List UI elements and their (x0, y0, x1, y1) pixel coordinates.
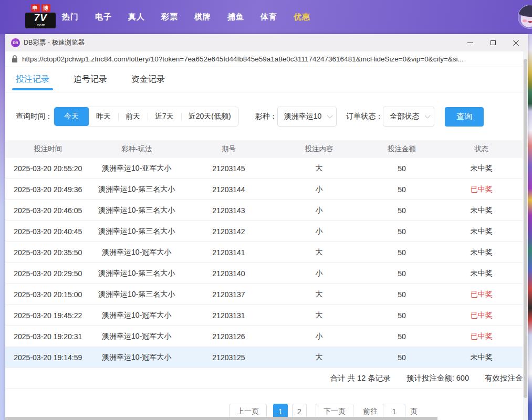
header-issue: 期号 (183, 144, 275, 154)
cell-status: 未中奖 (440, 227, 523, 236)
cell-status: 未中奖 (440, 269, 523, 278)
cell-game: 澳洲幸运10-第三名大小 (91, 185, 183, 194)
nav-item-fishing[interactable]: 捕鱼 (227, 12, 244, 22)
time-option-last7days[interactable]: 近7天 (148, 107, 181, 126)
cell-content: 大 (275, 353, 363, 362)
header-bet-time: 投注时间 (5, 144, 91, 154)
table-row: 2025-03-20 20:35:50澳洲幸运10-冠军大小21203141大5… (5, 242, 523, 263)
time-filter-group: 今天 昨天 前天 近7天 近20天(低频) (54, 107, 239, 127)
cell-status: 已中奖 (440, 185, 523, 194)
nav-item-sports[interactable]: 体育 (260, 12, 277, 22)
close-icon (513, 40, 519, 46)
tab-fund-records[interactable]: 资金记录 (131, 67, 165, 92)
time-option-yesterday[interactable]: 昨天 (89, 107, 118, 126)
site-top-navbar: 申 博 7V .com 热门 电子 真人 彩票 棋牌 捕鱼 体育 优惠 (0, 0, 532, 34)
cell-time: 2025-03-20 19:14:59 (5, 353, 91, 362)
cell-issue: 21203140 (183, 269, 275, 278)
minimize-button[interactable] (458, 34, 482, 51)
nav-item-hot[interactable]: 热门 (62, 12, 79, 22)
cell-amount: 50 (363, 353, 441, 362)
vertical-scrollbar[interactable] (523, 51, 528, 420)
browser-popup-window: DB DB彩票 - 极速浏览器 https://ctop02pchwp1.zfn… (5, 34, 528, 420)
nav-item-slots[interactable]: 电子 (95, 12, 112, 22)
summary-valid-amount: 有效投注金额 (485, 373, 523, 383)
cell-status: 未中奖 (440, 248, 523, 257)
cell-amount: 50 (363, 311, 441, 320)
cell-issue: 21203137 (183, 290, 275, 299)
cell-amount: 50 (363, 269, 441, 278)
time-option-last20days[interactable]: 近20天(低频) (181, 107, 238, 126)
cell-game: 澳洲幸运10-冠军大小 (91, 332, 183, 341)
lottery-select[interactable]: 澳洲幸运10 (277, 107, 337, 127)
logo-badge-left: 申 (31, 4, 40, 12)
cell-time: 2025-03-20 20:29:50 (5, 269, 91, 278)
avatar-mouth (528, 21, 532, 23)
cell-amount: 50 (363, 332, 441, 341)
cell-status: 未中奖 (440, 164, 523, 173)
cell-status: 已中奖 (440, 311, 523, 320)
lottery-filter-label: 彩种： (255, 112, 277, 121)
cell-content: 大 (275, 164, 363, 173)
cell-time: 2025-03-20 19:45:22 (5, 311, 91, 320)
cell-issue: 21203144 (183, 185, 275, 194)
close-button[interactable] (505, 34, 528, 51)
cell-time: 2025-03-20 20:55:20 (5, 164, 91, 173)
background-page-left-strip (0, 34, 5, 420)
cell-time: 2025-03-20 20:15:00 (5, 290, 91, 299)
cell-issue: 21203125 (183, 353, 275, 362)
header-game-play: 彩种-玩法 (91, 144, 183, 154)
summary-total-records: 合计 共 12 条记录 (330, 373, 391, 383)
record-tabs: 投注记录 追号记录 资金记录 (5, 67, 528, 92)
site-nav-items: 热门 电子 真人 彩票 棋牌 捕鱼 体育 优惠 (62, 0, 310, 34)
cell-game: 澳洲幸运10-第三名大小 (91, 290, 183, 299)
cell-amount: 50 (363, 227, 441, 236)
address-bar[interactable]: https://ctop02pchwp1.zfnc84.com/lottery/… (5, 51, 528, 67)
time-filter-label: 查询时间： (16, 112, 53, 121)
url-text[interactable]: https://ctop02pchwp1.zfnc84.com/lottery/… (22, 55, 520, 63)
horizontal-scrollbar-thumb[interactable] (5, 417, 437, 420)
time-option-today[interactable]: 今天 (54, 107, 89, 126)
site-logo[interactable]: 申 博 7V .com (25, 4, 56, 30)
cell-content: 大 (275, 311, 363, 320)
cell-issue: 21203131 (183, 311, 275, 320)
nav-item-cards[interactable]: 棋牌 (194, 12, 211, 22)
cell-content: 小 (275, 185, 363, 194)
lottery-select-value: 澳洲幸运10 (284, 112, 322, 121)
goto-page-label: 前往 (363, 407, 378, 416)
table-header: 投注时间 彩种-玩法 期号 投注内容 投注金额 状态 (5, 140, 523, 158)
table-row: 2025-03-20 20:29:50澳洲幸运10-第三名大小21203140小… (5, 263, 523, 284)
logo-main-text: 7V (27, 13, 54, 23)
cell-game: 澳洲幸运10-第三名大小 (91, 227, 183, 236)
cell-status: 未中奖 (440, 206, 523, 215)
cell-content: 小 (275, 227, 363, 236)
cell-game: 澳洲幸运10-冠军大小 (91, 353, 183, 362)
cell-status: 已中奖 (440, 290, 523, 299)
query-button[interactable]: 查询 (445, 107, 484, 127)
time-option-day-before[interactable]: 前天 (118, 107, 148, 126)
logo-badge-right: 博 (41, 4, 50, 12)
bet-records-table: 投注时间 彩种-玩法 期号 投注内容 投注金额 状态 2025-03-20 20… (5, 140, 523, 389)
order-status-select[interactable]: 全部状态 (383, 107, 434, 127)
minimize-icon (467, 43, 473, 43)
status-filter-label: 订单状态： (346, 112, 383, 121)
cell-game: 澳洲幸运10-第三名大小 (91, 206, 183, 215)
nav-item-promos[interactable]: 优惠 (294, 12, 310, 22)
table-row: 2025-03-20 20:49:36澳洲幸运10-第三名大小21203144小… (5, 179, 523, 200)
tab-chase-records[interactable]: 追号记录 (74, 67, 107, 92)
header-bet-content: 投注内容 (275, 144, 363, 154)
tab-bet-records[interactable]: 投注记录 (16, 67, 49, 92)
window-titlebar[interactable]: DB DB彩票 - 极速浏览器 (5, 34, 528, 51)
nav-item-lottery[interactable]: 彩票 (161, 12, 178, 22)
avatar-hair (518, 5, 532, 17)
cell-time: 2025-03-20 19:20:31 (5, 332, 91, 341)
user-avatar[interactable] (518, 5, 532, 29)
table-row: 2025-03-20 20:15:00澳洲幸运10-第三名大小21203137大… (5, 284, 523, 305)
nav-item-live[interactable]: 真人 (128, 12, 145, 22)
vertical-scrollbar-thumb[interactable] (524, 59, 527, 398)
table-body: 2025-03-20 20:55:20澳洲幸运10-亚军大小21203145大5… (5, 158, 523, 368)
maximize-button[interactable] (482, 34, 505, 51)
cell-game: 澳洲幸运10-第三名大小 (91, 269, 183, 278)
cell-game: 澳洲幸运10-冠军大小 (91, 311, 183, 320)
window-title: DB彩票 - 极速浏览器 (24, 38, 85, 47)
cell-time: 2025-03-20 20:40:45 (5, 227, 91, 236)
